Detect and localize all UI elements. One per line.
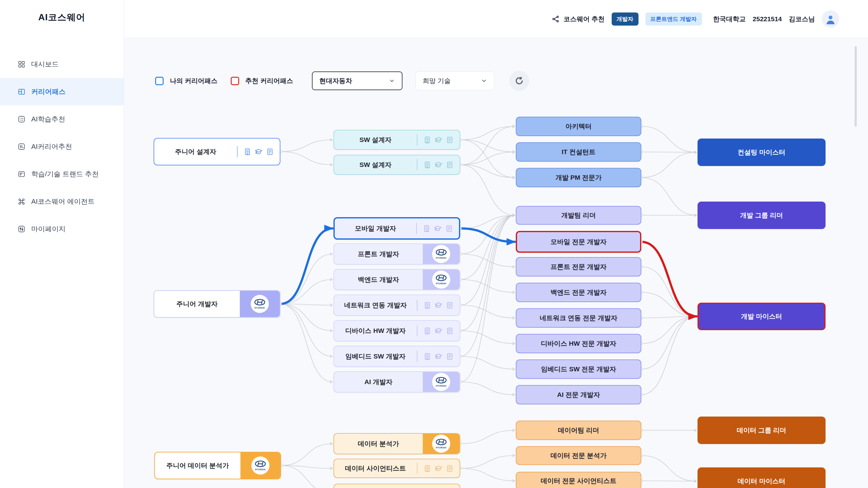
ai-career-icon [18,142,26,151]
node-backend-dev[interactable]: 백엔드 개발자 HYUNDAI [334,269,460,290]
node-it-consultant[interactable]: IT 컨설턴트 [516,142,641,162]
node-jr-designer[interactable]: 주니어 설계자 [154,138,280,165]
sidebar-item-trend[interactable]: 학습/기술 트랜드 추천 [0,160,124,188]
node-label: 개발 마이스터 [699,312,824,321]
node-label: 데이터 분석가 [334,439,423,448]
node-label: AI 전문 개발자 [517,390,641,399]
career-path-icon [18,88,26,96]
node-mobile-dev[interactable]: 모바일 개발자 [334,217,460,240]
node-data-master[interactable]: 데이터 마이스터 [698,467,826,488]
node-icons [419,327,460,335]
company-section: HYUNDAI [423,244,460,264]
building-icon [423,161,432,169]
node-label: 컨설팅 마이스터 [698,148,826,157]
node-label: 네트워크 연동 전문 개발자 [517,314,641,322]
node-device-dev[interactable]: 디바이스 HW 개발자 [334,320,460,341]
node-label: 백엔드 전문 개발자 [517,288,641,297]
node-dev-master[interactable]: 개발 마이스터 [698,303,826,330]
graduation-cap-icon [434,161,443,169]
skill-select[interactable]: 희망 기술 [415,71,494,90]
node-front-dev[interactable]: 프론트 개발자 HYUNDAI [334,243,460,265]
reset-button[interactable] [509,71,529,91]
user-name: 김코스님 [789,15,815,23]
node-dev-group-leader[interactable]: 개발 그룹 리더 [698,201,826,229]
node-sw1[interactable]: SW 설계자 [334,130,460,150]
sidebar-nav: 대시보드 커리어패스 AI학습추천 AI커리어추천 학습/기술 트랜드 추천 A… [0,51,124,243]
divider [417,299,417,311]
node-label: 데이터 그룹 리더 [698,426,826,435]
node-label: 디바이스 HW 개발자 [334,326,417,335]
node-data-pro-analyst[interactable]: 데이터 전문 분석가 [516,446,641,465]
hyundai-badge: HYUNDAI [432,245,450,263]
certificate-icon [445,136,454,144]
node-jr-data[interactable]: 주니어 데이터 분석가 HYUNDAI [154,452,281,479]
node-architect[interactable]: 아키텍터 [516,117,641,136]
node-data-pro-scientist[interactable]: 데이터 전문 사이언티스트 [516,472,641,488]
certificate-icon [445,224,453,233]
filter-bar: 나의 커리어패스 추천 커리어패스 현대자동차 희망 기술 [155,71,529,91]
node-dev-team-leader[interactable]: 개발팀 리더 [516,206,641,225]
node-label: 아키텍터 [517,122,641,131]
graduation-cap-icon [434,464,443,473]
sidebar-item-mypage[interactable]: 마이페이지 [0,215,124,243]
svg-text:HYUNDAI: HYUNDAI [436,282,446,285]
sidebar-item-agent[interactable]: AI코스웨어 에이전트 [0,188,124,215]
node-label: 네트워크 연동 개발자 [334,301,417,310]
track-badge[interactable]: 프론트엔드 개발자 [645,12,702,26]
divider [417,159,417,170]
node-label: 백엔드 개발자 [334,275,423,284]
node-mobile-pro[interactable]: 모바일 전문 개발자 [516,231,641,253]
node-embedded-dev[interactable]: 임베디드 SW 개발자 [334,346,460,367]
building-icon [423,327,432,335]
university-name: 한국대학교 [713,15,746,23]
node-front-pro[interactable]: 프론트 전문 개발자 [516,257,641,276]
node-data-group-leader[interactable]: 데이터 그룹 리더 [698,417,826,444]
node-ai-dev[interactable]: AI 개발자 HYUNDAI [334,371,460,393]
node-label: 데이터 전문 사이언티스트 [517,477,641,485]
node-jr-dev[interactable]: 주니어 개발자 HYUNDAI [154,290,280,318]
sidebar-item-ai-career[interactable]: AI커리어추천 [0,133,124,160]
sidebar: AI코스웨어 대시보드 커리어패스 AI학습추천 AI커리어추천 학습/기술 트… [0,0,124,488]
sidebar-item-label: AI커리어추천 [31,142,72,151]
node-label: AI 개발자 [334,378,423,386]
avatar[interactable] [822,10,839,28]
building-icon [423,224,431,233]
my-career-path-label: 나의 커리어패스 [170,76,218,85]
node-data-cut[interactable] [334,484,460,488]
recommended-career-path-checkbox[interactable] [231,77,239,85]
svg-text:HYUNDAI: HYUNDAI [436,385,446,387]
node-icons [419,224,459,233]
sidebar-item-career-path[interactable]: 커리어패스 [0,78,124,105]
hyundai-logo: HYUNDAI [434,376,448,388]
node-sw2[interactable]: SW 설계자 [334,155,460,175]
hyundai-badge: HYUNDAI [251,456,270,475]
node-device-pro[interactable]: 디바이스 HW 전문 개발자 [516,334,641,353]
graduation-cap-icon [434,301,443,310]
node-embedded-pro[interactable]: 임베디드 SW 전문 개발자 [516,359,641,379]
node-network-dev[interactable]: 네트워크 연동 개발자 [334,295,460,316]
node-pm[interactable]: 개발 PM 전문가 [516,168,641,187]
node-label: 개발팀 리더 [517,211,641,220]
building-icon [423,352,432,361]
certificate-icon [445,352,454,361]
my-career-path-checkbox[interactable] [155,77,164,85]
node-data-team-leader[interactable]: 데이어팀 리더 [516,421,641,440]
company-select[interactable]: 현대자동차 [312,71,402,90]
app-title: AI코스웨어 [0,11,124,24]
node-network-pro[interactable]: 네트워크 연동 전문 개발자 [516,308,641,328]
node-label: 모바일 개발자 [335,224,416,233]
sidebar-item-ai-learning[interactable]: AI학습추천 [0,105,124,133]
role-badge[interactable]: 개발자 [612,12,639,26]
vertical-scrollbar[interactable] [855,46,857,127]
node-data-analyst[interactable]: 데이터 분석가 HYUNDAI [334,433,460,454]
sidebar-item-dashboard[interactable]: 대시보드 [0,51,124,78]
node-ai-pro[interactable]: AI 전문 개발자 [516,385,641,404]
certificate-icon [445,464,454,473]
node-consulting-master[interactable]: 컨설팅 마이스터 [698,138,826,166]
node-label: 프론트 전문 개발자 [517,262,641,271]
node-label: 데이어팀 리더 [517,426,641,435]
node-backend-pro[interactable]: 백엔드 전문 개발자 [516,283,641,302]
hyundai-logo: HYUNDAI [253,459,267,472]
node-data-scientist[interactable]: 데이터 사이언티스트 [334,459,460,478]
courseware-recommend[interactable]: 코스웨어 추천 [552,15,605,23]
